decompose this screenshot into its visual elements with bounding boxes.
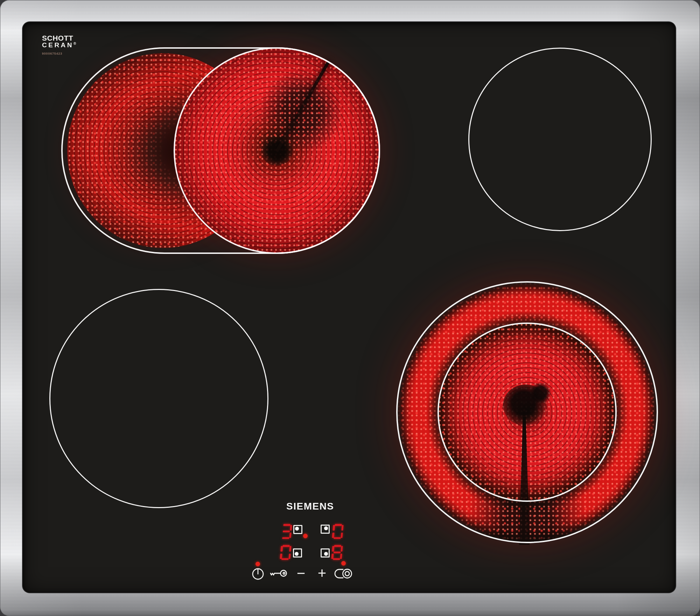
front-right-inner-outline [438, 323, 617, 502]
cooktop-steel-frame: SCHOTT CERAN® 9000675423 SIEMENS − + [0, 0, 700, 616]
front-left-circle-outline [49, 289, 268, 508]
decrease-button[interactable]: − [295, 567, 307, 580]
dual-zone-indicator-dot [341, 561, 346, 566]
power-button[interactable] [251, 567, 265, 581]
rear-left-extension-indicator-dot [303, 534, 308, 538]
heat-level-display-front-left [280, 545, 292, 560]
schott-logo-line2: CERAN® [42, 41, 76, 48]
heat-level-display-rear-right [332, 524, 344, 539]
zone-indicator-square-front-left [293, 548, 302, 558]
key-icon [270, 568, 288, 579]
siemens-logo: SIEMENS [286, 501, 334, 512]
registered-mark: ® [74, 42, 76, 46]
part-number: 9000675423 [42, 52, 62, 55]
zone-position-dot [295, 552, 299, 556]
schott-logo-line1: SCHOTT [42, 35, 76, 41]
plus-label: + [318, 567, 327, 580]
zone-position-dot [295, 527, 299, 531]
schott-ceran-logo: SCHOTT CERAN® [42, 35, 76, 48]
zone-indicator-square-rear-right [321, 525, 330, 534]
dual-zone-icon [333, 567, 354, 580]
increase-button[interactable]: + [316, 567, 328, 580]
rear-right-circle-outline [468, 48, 652, 231]
minus-label: − [297, 567, 306, 580]
dual-zone-button[interactable] [333, 567, 354, 580]
power-icon [251, 567, 265, 581]
heat-level-display-front-right [331, 545, 343, 560]
power-indicator-dot [255, 562, 260, 566]
zone-indicator-square-rear-left [293, 525, 302, 534]
rear-left-circle-outline [174, 47, 380, 254]
zone-indicator-square-front-right [321, 548, 330, 558]
zone-position-dot [324, 552, 328, 556]
zone-position-dot [324, 526, 328, 530]
heat-level-display-rear-left [280, 524, 292, 539]
child-lock-button[interactable] [270, 568, 288, 579]
